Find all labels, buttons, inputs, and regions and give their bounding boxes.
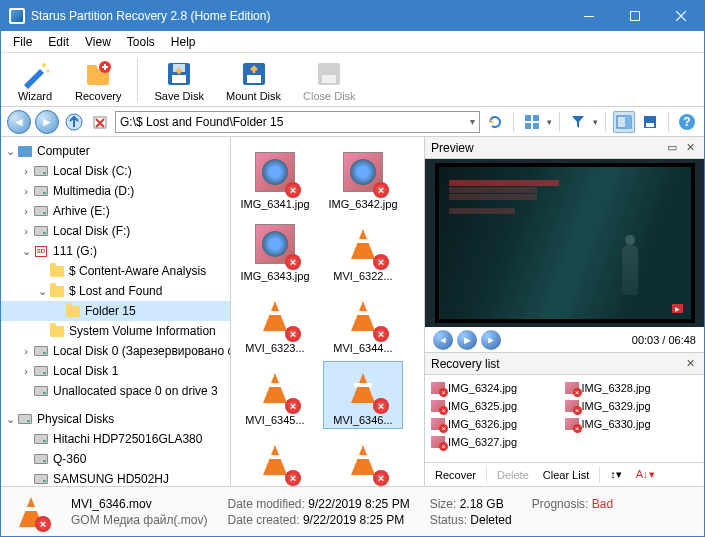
- file-thumb[interactable]: ×MVI_6346...: [323, 361, 403, 429]
- recover-button[interactable]: Recover: [431, 467, 480, 483]
- svg-point-3: [47, 69, 50, 72]
- tree-local-c[interactable]: ›Local Disk (C:): [1, 161, 230, 181]
- delete-path-button[interactable]: [89, 111, 111, 133]
- recovery-list-item[interactable]: IMG_6330.jpg: [565, 415, 699, 433]
- file-thumb[interactable]: ×MVI_6348...: [323, 433, 403, 486]
- status-filename: MVI_6346.mov: [71, 497, 208, 511]
- forward-button[interactable]: ►: [35, 110, 59, 134]
- recovery-list-close-button[interactable]: ✕: [682, 356, 698, 372]
- close-button[interactable]: [658, 1, 704, 31]
- refresh-button[interactable]: [484, 111, 506, 133]
- recovery-icon: [82, 58, 114, 90]
- menu-file[interactable]: File: [5, 33, 40, 51]
- wizard-button[interactable]: Wizard: [7, 56, 63, 104]
- preview-image: ▶: [435, 163, 695, 323]
- wizard-icon: [19, 58, 51, 90]
- file-thumb[interactable]: ×MVI_6344...: [323, 289, 403, 357]
- tree-unallocated[interactable]: Unallocated space 0 on drive 3: [1, 381, 230, 401]
- file-thumb[interactable]: ×MVI_6345...: [235, 361, 315, 429]
- recovery-list-item[interactable]: IMG_6324.jpg: [431, 379, 565, 397]
- file-thumb[interactable]: ×IMG_6343.jpg: [235, 217, 315, 285]
- svg-rect-13: [322, 75, 336, 83]
- recovery-list-item[interactable]: IMG_6327.jpg: [431, 433, 565, 451]
- preview-toggle-button[interactable]: [613, 111, 635, 133]
- save-disk-button[interactable]: Save Disk: [144, 56, 214, 104]
- file-thumb[interactable]: ×MVI_6347...: [235, 433, 315, 486]
- svg-rect-8: [172, 75, 186, 83]
- file-thumb[interactable]: ×MVI_6322...: [323, 217, 403, 285]
- file-thumbnails[interactable]: ×IMG_6341.jpg×IMG_6342.jpg×IMG_6343.jpg×…: [231, 137, 424, 486]
- menubar: File Edit View Tools Help: [1, 31, 704, 53]
- tree-q360[interactable]: Q-360: [1, 449, 230, 469]
- window-title: Starus Partition Recovery 2.8 (Home Edit…: [31, 9, 566, 23]
- help-button[interactable]: ?: [676, 111, 698, 133]
- tree-local-1[interactable]: ›Local Disk 1: [1, 361, 230, 381]
- filter-button[interactable]: [567, 111, 589, 133]
- close-disk-button: Close Disk: [293, 56, 366, 104]
- tree-111-g[interactable]: ⌄SD111 (G:): [1, 241, 230, 261]
- save-disk-icon: [163, 58, 195, 90]
- status-file-icon: ×: [11, 492, 51, 532]
- menu-edit[interactable]: Edit: [40, 33, 77, 51]
- play-button[interactable]: ▶: [457, 330, 477, 350]
- recovery-list-item[interactable]: IMG_6326.jpg: [431, 415, 565, 433]
- tree-computer[interactable]: ⌄Computer: [1, 141, 230, 161]
- preview-detach-button[interactable]: ▭: [664, 140, 680, 156]
- menu-tools[interactable]: Tools: [119, 33, 163, 51]
- tree-lost-found[interactable]: ⌄$ Lost and Found: [1, 281, 230, 301]
- recovery-list-toolbar: Recover Delete Clear List ↕▾ A↓▾: [425, 462, 704, 486]
- svg-rect-23: [646, 123, 654, 127]
- back-button[interactable]: ◄: [7, 110, 31, 134]
- close-disk-icon: [313, 58, 345, 90]
- tree-folder-15[interactable]: Folder 15: [1, 301, 230, 321]
- menu-view[interactable]: View: [77, 33, 119, 51]
- preview-close-button[interactable]: ✕: [682, 140, 698, 156]
- clear-list-button[interactable]: Clear List: [539, 467, 593, 483]
- minimize-button[interactable]: [566, 1, 612, 31]
- mount-disk-button[interactable]: Mount Disk: [216, 56, 291, 104]
- tree-local-0[interactable]: ›Local Disk 0 (Зарезервировано системой): [1, 341, 230, 361]
- tree-content-aware[interactable]: $ Content-Aware Analysis: [1, 261, 230, 281]
- file-thumb[interactable]: ×MVI_6323...: [235, 289, 315, 357]
- file-thumb[interactable]: ×IMG_6342.jpg: [323, 145, 403, 213]
- recovery-button[interactable]: Recovery: [65, 56, 131, 104]
- tree-multimedia[interactable]: ›Multimedia (D:): [1, 181, 230, 201]
- app-icon: [9, 8, 25, 24]
- svg-rect-18: [525, 123, 531, 129]
- tree-physical[interactable]: ⌄Physical Disks: [1, 409, 230, 429]
- preview-time: 00:03 / 06:48: [632, 334, 696, 346]
- maximize-button[interactable]: [612, 1, 658, 31]
- tree-arhive[interactable]: ›Arhive (E:): [1, 201, 230, 221]
- status-filetype: GOM Медиа файл(.mov): [71, 513, 208, 527]
- file-thumb[interactable]: ×IMG_6341.jpg: [235, 145, 315, 213]
- next-button[interactable]: ►: [481, 330, 501, 350]
- svg-rect-1: [631, 12, 640, 21]
- svg-rect-5: [87, 65, 97, 70]
- tree-hitachi[interactable]: Hitachi HDP725016GLA380: [1, 429, 230, 449]
- delete-button[interactable]: Delete: [493, 467, 533, 483]
- up-button[interactable]: [63, 111, 85, 133]
- recovery-list[interactable]: IMG_6324.jpgIMG_6328.jpgIMG_6325.jpgIMG_…: [425, 375, 704, 462]
- sort-alpha-button[interactable]: A↓▾: [632, 466, 659, 483]
- tree-sys-vol[interactable]: System Volume Information: [1, 321, 230, 341]
- prev-button[interactable]: ◄: [433, 330, 453, 350]
- view-large-icons-button[interactable]: [521, 111, 543, 133]
- preview-header: Preview ▭ ✕: [425, 137, 704, 159]
- sort-desc-button[interactable]: ↕▾: [606, 466, 626, 483]
- svg-text:?: ?: [683, 115, 690, 129]
- svg-rect-0: [584, 16, 594, 17]
- recovery-list-item[interactable]: IMG_6325.jpg: [431, 397, 565, 415]
- save-button[interactable]: [639, 111, 661, 133]
- svg-rect-16: [525, 115, 531, 121]
- toolbar: Wizard Recovery Save Disk Mount Disk Clo…: [1, 53, 704, 107]
- preview-area: ▶: [425, 159, 704, 327]
- menu-help[interactable]: Help: [163, 33, 204, 51]
- recovery-list-item[interactable]: IMG_6328.jpg: [565, 379, 699, 397]
- right-panels: Preview ▭ ✕ ▶ ◄ ▶ ► 00:03 / 06:48: [424, 137, 704, 486]
- folder-tree[interactable]: ⌄Computer ›Local Disk (C:) ›Multimedia (…: [1, 137, 231, 486]
- tree-samsung[interactable]: SAMSUNG HD502HJ: [1, 469, 230, 486]
- tree-local-f[interactable]: ›Local Disk (F:): [1, 221, 230, 241]
- recovery-list-header: Recovery list ✕: [425, 353, 704, 375]
- recovery-list-item[interactable]: IMG_6329.jpg: [565, 397, 699, 415]
- address-field[interactable]: G:\$ Lost and Found\Folder 15: [115, 111, 480, 133]
